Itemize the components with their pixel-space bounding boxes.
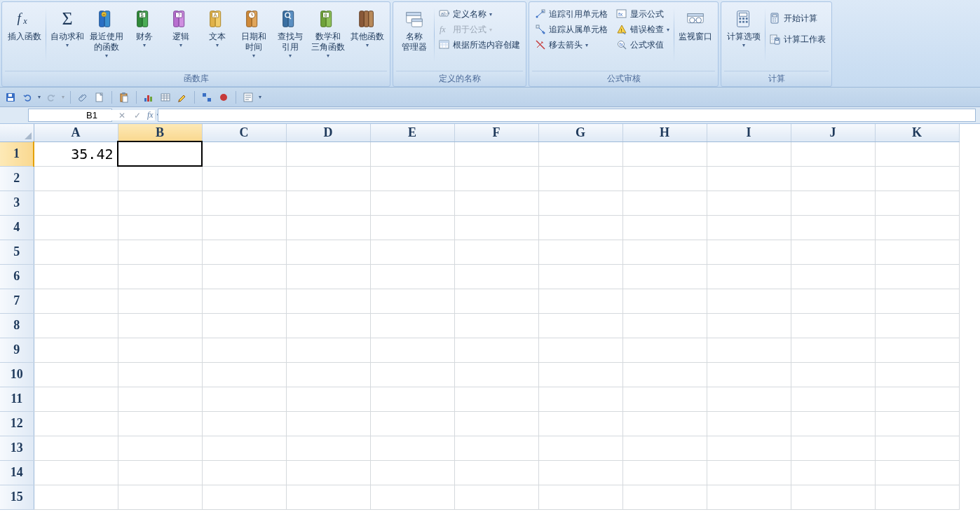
cell-D6[interactable] [286,264,370,289]
cell-H14[interactable] [622,460,707,485]
cell-B3[interactable] [118,191,202,215]
cell-E3[interactable] [370,191,454,215]
cell-K4[interactable] [875,215,959,240]
cell-E2[interactable] [370,166,454,191]
datetime-button[interactable]: 日期和 时间 ▾ [236,4,272,67]
cell-A15[interactable] [34,485,118,509]
cell-H6[interactable] [622,264,707,289]
cell-F4[interactable] [454,215,538,240]
name-manager-button[interactable]: 名称 管理器 [396,4,433,67]
cell-E6[interactable] [370,264,454,289]
cell-H10[interactable] [622,362,707,387]
pivot-icon[interactable] [200,91,213,104]
cell-K8[interactable] [875,313,959,338]
cell-I9[interactable] [707,338,791,362]
show-formulas-button[interactable]: fx 显示公式 [613,6,672,22]
cell-C11[interactable] [202,387,286,411]
column-header-G[interactable]: G [538,124,622,141]
cell-B9[interactable] [118,338,202,362]
paste-icon[interactable] [118,91,130,104]
cell-I2[interactable] [707,166,791,191]
cell-E8[interactable] [370,313,454,338]
text-button[interactable]: A 文本 ▾ [199,4,236,67]
row-header-2[interactable]: 2 [0,166,34,191]
cell-C10[interactable] [202,362,286,387]
cell-H12[interactable] [622,411,707,436]
row-header-5[interactable]: 5 [0,240,34,264]
cell-J4[interactable] [791,215,875,240]
cell-D2[interactable] [286,166,370,191]
cell-K5[interactable] [875,240,959,264]
cell-A8[interactable] [34,313,118,338]
cell-K12[interactable] [875,411,959,436]
cell-J1[interactable] [791,141,875,166]
cancel-icon[interactable]: ✕ [116,111,128,120]
cell-E10[interactable] [370,362,454,387]
lookup-button[interactable]: 查找与 引用 ▾ [272,4,308,67]
cell-C8[interactable] [202,313,286,338]
cell-J10[interactable] [791,362,875,387]
cell-E11[interactable] [370,387,454,411]
row-header-10[interactable]: 10 [0,362,34,387]
select-all-corner[interactable] [0,124,34,141]
cell-B12[interactable] [118,411,202,436]
cell-E4[interactable] [370,215,454,240]
cell-K3[interactable] [875,191,959,215]
cell-I10[interactable] [707,362,791,387]
cell-E7[interactable] [370,289,454,313]
cell-G2[interactable] [538,166,622,191]
cell-I12[interactable] [707,411,791,436]
cell-B2[interactable] [118,166,202,191]
cell-F13[interactable] [454,436,538,460]
cell-C3[interactable] [202,191,286,215]
row-header-1[interactable]: 1 [0,141,34,166]
cell-H5[interactable] [622,240,707,264]
cell-D9[interactable] [286,338,370,362]
cell-I11[interactable] [707,387,791,411]
cell-H9[interactable] [622,338,707,362]
insert-function-button[interactable]: fx 插入函数 [5,4,44,67]
cell-I4[interactable] [707,215,791,240]
cell-I1[interactable] [707,141,791,166]
cell-C12[interactable] [202,411,286,436]
cell-H2[interactable] [622,166,707,191]
cell-E13[interactable] [370,436,454,460]
row-header-14[interactable]: 14 [0,460,34,485]
cell-D1[interactable] [286,141,370,166]
properties-icon[interactable] [242,91,254,104]
cell-K13[interactable] [875,436,959,460]
formula-bar[interactable] [158,109,976,122]
cell-C4[interactable] [202,215,286,240]
cell-J15[interactable] [791,485,875,509]
cell-I5[interactable] [707,240,791,264]
cell-A10[interactable] [34,362,118,387]
cell-D10[interactable] [286,362,370,387]
cell-B8[interactable] [118,313,202,338]
cell-E12[interactable] [370,411,454,436]
define-name-button[interactable]: ab 定义名称 ▾ [436,6,523,22]
cell-A7[interactable] [34,289,118,313]
cell-G13[interactable] [538,436,622,460]
cell-D5[interactable] [286,240,370,264]
calculate-now-button[interactable]: 开始计算 [767,11,829,26]
cell-I14[interactable] [707,460,791,485]
cell-I3[interactable] [707,191,791,215]
cell-G10[interactable] [538,362,622,387]
column-header-A[interactable]: A [34,124,118,141]
cell-G1[interactable] [538,141,622,166]
cell-D7[interactable] [286,289,370,313]
cell-A13[interactable] [34,436,118,460]
cell-H1[interactable] [622,141,707,166]
cell-G14[interactable] [538,460,622,485]
cell-C2[interactable] [202,166,286,191]
cell-C13[interactable] [202,436,286,460]
cell-J3[interactable] [791,191,875,215]
cell-G4[interactable] [538,215,622,240]
row-header-12[interactable]: 12 [0,411,34,436]
cell-A1[interactable]: 35.42 [34,141,118,166]
fx-icon[interactable]: fx [147,110,154,120]
cell-G12[interactable] [538,411,622,436]
logical-button[interactable]: ? 逻辑 ▾ [163,4,199,67]
cell-B6[interactable] [118,264,202,289]
cell-C5[interactable] [202,240,286,264]
